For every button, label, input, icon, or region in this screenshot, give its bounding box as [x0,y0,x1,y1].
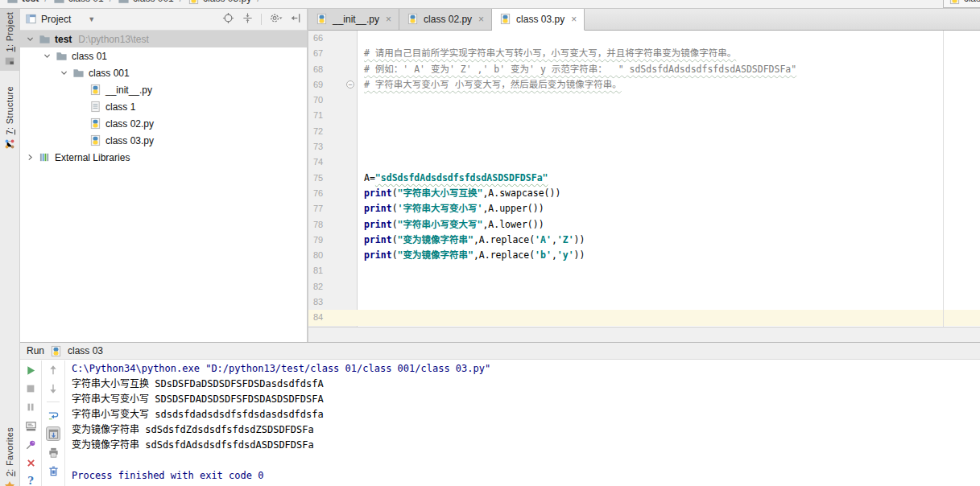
run-body: ? C:\Python34\python.exe "D:/python13/te… [20,360,980,486]
hide-button[interactable] [290,12,302,27]
line-number: 67 [308,46,358,61]
collapse-all-button[interactable] [242,12,254,27]
chevron-right-icon[interactable] [23,153,37,162]
project-panel-header: Project ▼ [20,8,307,31]
code-line-72[interactable]: 72 [308,124,980,139]
tree-item-test[interactable]: testD:\python13\test [20,31,307,47]
code-line-77[interactable]: 77print('字符串大写变小写',A.upper()) [308,201,980,216]
stop-button[interactable] [23,381,38,396]
line-number: 74 [308,154,358,170]
right-margin-guide [943,31,944,327]
settings-button[interactable] [269,12,283,27]
run-toolbar-main: ? [20,360,42,486]
locate-icon [222,12,234,24]
code-line-80[interactable]: 80print("变为镜像字符串",A.replace('b','y')) [308,248,980,263]
clear-button[interactable] [46,463,60,478]
code-line-74[interactable]: 74 [308,154,980,170]
line-number: 80 [308,248,358,263]
tool-window-label: 2: Favorites [5,427,14,476]
help-button[interactable]: ? [23,474,38,486]
tree-item-class-03-py[interactable]: class 03.py [20,132,307,149]
code-line-82[interactable]: 82 [308,279,980,294]
chevron-down-icon[interactable]: ▼ [88,15,95,23]
breadcrumb-item[interactable]: test [6,0,39,5]
clear-icon [48,465,60,477]
close-button[interactable] [23,455,38,470]
up-button[interactable] [46,363,60,377]
tree-item-path: D:\python13\test [78,34,148,45]
tool-window-bar: 1: Project7: Structure2: Favorites [0,8,20,486]
python-icon [89,134,101,146]
pause-button[interactable] [23,400,38,414]
tree-item-external-libraries[interactable]: External Libraries [20,149,307,166]
close-icon[interactable]: × [478,14,484,25]
breadcrumb-item[interactable]: class 001 [118,0,174,5]
tree-item--init-py[interactable]: __init__.py [20,81,307,98]
down-button[interactable] [46,381,60,396]
tree-item-class-001[interactable]: class 001 [20,64,307,81]
console-output[interactable]: C:\Python34\python.exe "D:/python13/test… [65,360,980,486]
code-line-84[interactable]: 84 [308,310,980,325]
hide-icon [290,12,302,24]
project-header-actions [222,12,302,27]
line-number: 84 [308,310,358,325]
scroll-to-end-icon [48,428,60,440]
tree-item-class-1[interactable]: class 1 [20,98,307,115]
code-area[interactable]: 6667# 请用自己目前所学实现字符串大写转小写，小写变大写，并且将字符串变为镜… [308,31,980,326]
close-icon[interactable]: × [386,14,391,25]
code-line-78[interactable]: 78print("字符串小写变大写",A.lower()) [308,217,980,233]
code-line-68[interactable]: 68# 例如：' A' 变为' Z' ,' b' 变为' y 示范字符串： " … [308,62,980,77]
editor-tab-class-03-py[interactable]: class 03.py× [492,8,585,31]
favorites-tool-icon [4,480,15,486]
run-config-partial[interactable]: class [943,0,980,8]
console-line [72,453,980,468]
code-line-79[interactable]: 79print("变为镜像字符串",A.replace('A','Z')) [308,233,980,248]
code-line-75[interactable]: 75A="sdSdsfdAdsdsdfsfdsdASDSDFDSFa" [308,171,980,186]
code-line-76[interactable]: 76print("字符串大小写互换",A.swapcase()) [308,186,980,201]
code-line-70[interactable]: 70 [308,93,980,108]
close-icon[interactable]: × [571,14,577,25]
tab-label: class 02.py [424,14,472,25]
code-line-69[interactable]: 69−# 字符串大写变小写 小写变大写，然后最后变为镜像字符串。 [308,77,980,93]
toolbar-separator [261,14,262,25]
locate-button[interactable] [222,12,234,27]
editor-tab-class-02-py[interactable]: class 02.py× [399,8,492,30]
editor[interactable]: 6667# 请用自己目前所学实现字符串大写转小写，小写变大写，并且将字符串变为镜… [308,31,980,327]
chevron-down-icon[interactable] [23,35,37,43]
soft-wrap-button[interactable] [46,408,60,422]
breadcrumb-item[interactable]: class 03.py [188,0,251,5]
editor-bottom-strip [308,327,980,342]
editor-tab--init-py[interactable]: __init__.py× [308,8,399,30]
breadcrumb-separator: / [180,0,182,4]
chevron-down-icon[interactable] [40,51,54,60]
scroll-to-end-button[interactable] [46,426,60,441]
tool-window-button-favorites[interactable]: 2: Favorites [0,423,19,486]
code-line-67[interactable]: 67# 请用自己目前所学实现字符串大写转小写，小写变大写，并且将字符串变为镜像字… [308,46,980,61]
code-line-66[interactable]: 66 [308,31,980,46]
code-line-73[interactable]: 73 [308,139,980,154]
chevron-down-icon[interactable] [57,68,71,77]
folder-icon [56,50,68,62]
tool-window-button-project[interactable]: 1: Project [0,8,19,71]
python-icon [89,84,101,96]
print-button[interactable] [46,445,60,459]
show-running-list-button[interactable] [23,418,38,433]
fold-marker-icon[interactable]: − [346,80,354,89]
line-number: 81 [308,263,358,278]
line-number: 71 [308,108,358,123]
breadcrumb-items: test/class 01/class 001/class 03.py/ [6,0,261,7]
tree-item-class-01[interactable]: class 01 [20,47,307,64]
tree-item-class-02-py[interactable]: class 02.py [20,115,307,132]
code-line-83[interactable]: 83 [308,294,980,310]
project-tree[interactable]: testD:\python13\testclass 01class 001__i… [20,31,307,342]
code-line-81[interactable]: 81 [308,263,980,278]
breadcrumb[interactable]: test/class 01/class 001/class 03.py/ cla… [0,0,980,9]
rerun-button[interactable] [23,363,38,377]
breadcrumb-item[interactable]: class 01 [53,0,104,5]
code-line-71[interactable]: 71 [308,108,980,123]
run-tab-label[interactable]: class 03 [68,345,103,356]
pin-button[interactable] [23,437,38,451]
tool-window-button-structure[interactable]: 7: Structure [0,82,19,154]
print-icon [48,447,60,459]
line-number: 75 [308,171,358,186]
